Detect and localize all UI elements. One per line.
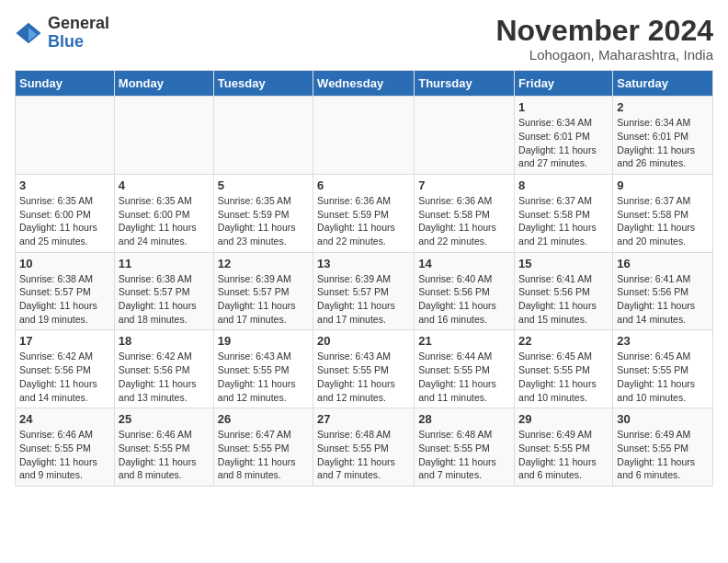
calendar-cell — [313, 97, 415, 175]
day-info: Sunrise: 6:36 AM Sunset: 5:59 PM Dayligh… — [317, 194, 410, 248]
day-header-saturday: Saturday — [613, 71, 713, 97]
day-info: Sunrise: 6:37 AM Sunset: 5:58 PM Dayligh… — [617, 194, 709, 248]
calendar-cell: 1Sunrise: 6:34 AM Sunset: 6:01 PM Daylig… — [515, 97, 613, 175]
day-info: Sunrise: 6:41 AM Sunset: 5:56 PM Dayligh… — [518, 272, 609, 327]
day-info: Sunrise: 6:38 AM Sunset: 5:57 PM Dayligh… — [19, 272, 110, 327]
day-number: 11 — [119, 257, 210, 270]
calendar-week-row: 3Sunrise: 6:35 AM Sunset: 6:00 PM Daylig… — [16, 174, 713, 252]
calendar-cell: 21Sunrise: 6:44 AM Sunset: 5:55 PM Dayli… — [415, 330, 515, 408]
day-number: 17 — [19, 334, 110, 348]
title-area: November 2024 Lohogaon, Maharashtra, Ind… — [495, 15, 713, 63]
day-info: Sunrise: 6:45 AM Sunset: 5:55 PM Dayligh… — [518, 350, 609, 404]
day-info: Sunrise: 6:46 AM Sunset: 5:55 PM Dayligh… — [19, 428, 110, 482]
day-number: 7 — [418, 178, 510, 192]
day-number: 10 — [19, 257, 110, 270]
calendar-table: SundayMondayTuesdayWednesdayThursdayFrid… — [15, 70, 713, 487]
day-info: Sunrise: 6:48 AM Sunset: 5:55 PM Dayligh… — [418, 428, 510, 482]
day-number: 5 — [218, 178, 309, 192]
day-info: Sunrise: 6:48 AM Sunset: 5:55 PM Dayligh… — [317, 428, 410, 482]
calendar-cell — [415, 97, 515, 175]
day-info: Sunrise: 6:49 AM Sunset: 5:55 PM Dayligh… — [617, 428, 709, 482]
day-number: 24 — [19, 412, 110, 426]
day-number: 20 — [317, 334, 410, 348]
day-number: 25 — [119, 412, 210, 426]
day-header-tuesday: Tuesday — [213, 71, 313, 97]
day-number: 19 — [218, 334, 309, 348]
day-info: Sunrise: 6:35 AM Sunset: 5:59 PM Dayligh… — [218, 194, 309, 248]
day-info: Sunrise: 6:42 AM Sunset: 5:56 PM Dayligh… — [119, 350, 210, 404]
day-info: Sunrise: 6:36 AM Sunset: 5:58 PM Dayligh… — [418, 194, 510, 248]
day-info: Sunrise: 6:34 AM Sunset: 6:01 PM Dayligh… — [518, 116, 609, 170]
day-number: 16 — [617, 257, 709, 270]
calendar-cell: 5Sunrise: 6:35 AM Sunset: 5:59 PM Daylig… — [213, 174, 313, 252]
calendar-cell: 30Sunrise: 6:49 AM Sunset: 5:55 PM Dayli… — [613, 408, 713, 487]
location-subtitle: Lohogaon, Maharashtra, India — [495, 47, 713, 63]
day-info: Sunrise: 6:46 AM Sunset: 5:55 PM Dayligh… — [119, 428, 210, 482]
calendar-cell: 2Sunrise: 6:34 AM Sunset: 6:01 PM Daylig… — [613, 97, 713, 175]
calendar-cell: 11Sunrise: 6:38 AM Sunset: 5:57 PM Dayli… — [114, 252, 213, 330]
logo: General Blue — [15, 15, 109, 52]
day-number: 30 — [617, 412, 709, 426]
day-number: 23 — [617, 334, 709, 348]
calendar-cell: 17Sunrise: 6:42 AM Sunset: 5:56 PM Dayli… — [16, 330, 115, 408]
day-number: 14 — [418, 257, 510, 270]
calendar-cell: 16Sunrise: 6:41 AM Sunset: 5:56 PM Dayli… — [613, 252, 713, 330]
calendar-cell: 19Sunrise: 6:43 AM Sunset: 5:55 PM Dayli… — [213, 330, 313, 408]
day-info: Sunrise: 6:47 AM Sunset: 5:55 PM Dayligh… — [218, 428, 309, 482]
day-info: Sunrise: 6:38 AM Sunset: 5:57 PM Dayligh… — [119, 272, 210, 327]
calendar-cell: 20Sunrise: 6:43 AM Sunset: 5:55 PM Dayli… — [313, 330, 415, 408]
logo-blue: Blue — [48, 32, 84, 51]
day-info: Sunrise: 6:35 AM Sunset: 6:00 PM Dayligh… — [19, 194, 110, 248]
day-header-sunday: Sunday — [16, 71, 115, 97]
day-number: 6 — [317, 178, 410, 192]
calendar-cell: 9Sunrise: 6:37 AM Sunset: 5:58 PM Daylig… — [613, 174, 713, 252]
calendar-cell: 29Sunrise: 6:49 AM Sunset: 5:55 PM Dayli… — [515, 408, 613, 487]
day-number: 9 — [617, 178, 709, 192]
day-number: 4 — [119, 178, 210, 192]
logo-text: General Blue — [48, 15, 109, 52]
calendar-cell: 27Sunrise: 6:48 AM Sunset: 5:55 PM Dayli… — [313, 408, 415, 487]
day-number: 18 — [119, 334, 210, 348]
day-number: 3 — [19, 178, 110, 192]
logo-general: General — [48, 14, 109, 32]
calendar-week-row: 10Sunrise: 6:38 AM Sunset: 5:57 PM Dayli… — [16, 252, 713, 330]
day-info: Sunrise: 6:45 AM Sunset: 5:55 PM Dayligh… — [617, 350, 709, 404]
calendar-cell — [213, 97, 313, 175]
calendar-cell: 7Sunrise: 6:36 AM Sunset: 5:58 PM Daylig… — [415, 174, 515, 252]
month-title: November 2024 — [495, 15, 713, 47]
calendar-cell: 6Sunrise: 6:36 AM Sunset: 5:59 PM Daylig… — [313, 174, 415, 252]
calendar-cell: 12Sunrise: 6:39 AM Sunset: 5:57 PM Dayli… — [213, 252, 313, 330]
calendar-cell — [16, 97, 115, 175]
day-header-wednesday: Wednesday — [313, 71, 415, 97]
header: General Blue November 2024 Lohogaon, Mah… — [15, 15, 713, 63]
day-number: 1 — [518, 100, 609, 114]
day-info: Sunrise: 6:39 AM Sunset: 5:57 PM Dayligh… — [218, 272, 309, 327]
calendar-cell: 8Sunrise: 6:37 AM Sunset: 5:58 PM Daylig… — [515, 174, 613, 252]
day-number: 2 — [617, 100, 709, 114]
calendar-cell: 24Sunrise: 6:46 AM Sunset: 5:55 PM Dayli… — [16, 408, 115, 487]
day-info: Sunrise: 6:40 AM Sunset: 5:56 PM Dayligh… — [418, 272, 510, 327]
day-header-friday: Friday — [515, 71, 613, 97]
calendar-cell: 4Sunrise: 6:35 AM Sunset: 6:00 PM Daylig… — [114, 174, 213, 252]
day-info: Sunrise: 6:43 AM Sunset: 5:55 PM Dayligh… — [317, 350, 410, 404]
day-info: Sunrise: 6:41 AM Sunset: 5:56 PM Dayligh… — [617, 272, 709, 327]
day-number: 28 — [418, 412, 510, 426]
day-number: 8 — [518, 178, 609, 192]
day-info: Sunrise: 6:43 AM Sunset: 5:55 PM Dayligh… — [218, 350, 309, 404]
calendar-cell: 15Sunrise: 6:41 AM Sunset: 5:56 PM Dayli… — [515, 252, 613, 330]
day-number: 21 — [418, 334, 510, 348]
calendar-week-row: 17Sunrise: 6:42 AM Sunset: 5:56 PM Dayli… — [16, 330, 713, 408]
day-info: Sunrise: 6:39 AM Sunset: 5:57 PM Dayligh… — [317, 272, 410, 327]
day-info: Sunrise: 6:34 AM Sunset: 6:01 PM Dayligh… — [617, 116, 709, 170]
calendar-header-row: SundayMondayTuesdayWednesdayThursdayFrid… — [16, 71, 713, 97]
day-number: 12 — [218, 257, 309, 270]
day-header-monday: Monday — [114, 71, 213, 97]
calendar-cell: 22Sunrise: 6:45 AM Sunset: 5:55 PM Dayli… — [515, 330, 613, 408]
calendar-cell: 28Sunrise: 6:48 AM Sunset: 5:55 PM Dayli… — [415, 408, 515, 487]
calendar-cell: 23Sunrise: 6:45 AM Sunset: 5:55 PM Dayli… — [613, 330, 713, 408]
calendar-cell: 18Sunrise: 6:42 AM Sunset: 5:56 PM Dayli… — [114, 330, 213, 408]
day-info: Sunrise: 6:37 AM Sunset: 5:58 PM Dayligh… — [518, 194, 609, 248]
day-info: Sunrise: 6:49 AM Sunset: 5:55 PM Dayligh… — [518, 428, 609, 482]
day-header-thursday: Thursday — [415, 71, 515, 97]
day-number: 27 — [317, 412, 410, 426]
